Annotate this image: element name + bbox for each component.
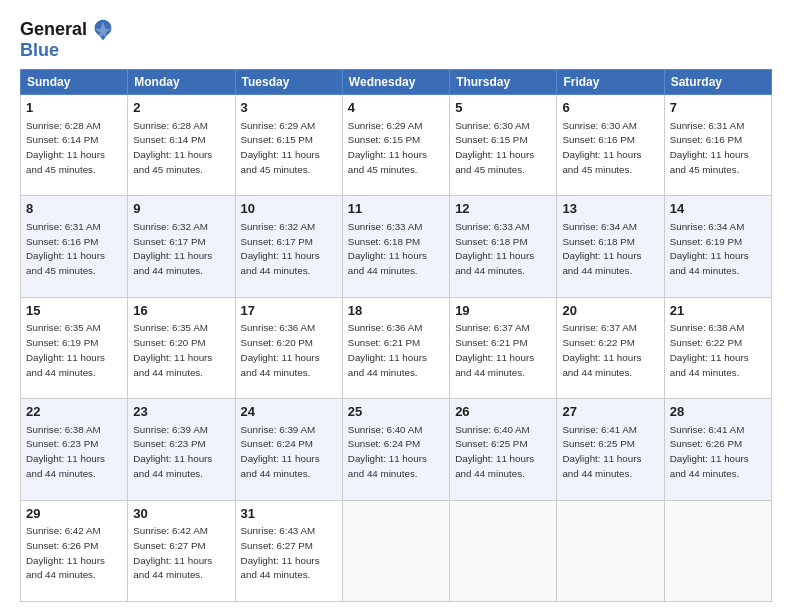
- cell-info: Sunrise: 6:42 AMSunset: 6:27 PMDaylight:…: [133, 525, 212, 580]
- calendar-cell: 5 Sunrise: 6:30 AMSunset: 6:15 PMDayligh…: [450, 95, 557, 196]
- day-number: 12: [455, 200, 551, 218]
- calendar-cell: 13 Sunrise: 6:34 AMSunset: 6:18 PMDaylig…: [557, 196, 664, 297]
- day-number: 3: [241, 99, 337, 117]
- calendar-cell: 4 Sunrise: 6:29 AMSunset: 6:15 PMDayligh…: [342, 95, 449, 196]
- calendar-cell: [557, 500, 664, 601]
- cell-info: Sunrise: 6:38 AMSunset: 6:23 PMDaylight:…: [26, 424, 105, 479]
- week-row-2: 8 Sunrise: 6:31 AMSunset: 6:16 PMDayligh…: [21, 196, 772, 297]
- dow-header-tuesday: Tuesday: [235, 70, 342, 95]
- day-number: 1: [26, 99, 122, 117]
- dow-header-saturday: Saturday: [664, 70, 771, 95]
- day-number: 7: [670, 99, 766, 117]
- calendar-cell: 2 Sunrise: 6:28 AMSunset: 6:14 PMDayligh…: [128, 95, 235, 196]
- cell-info: Sunrise: 6:42 AMSunset: 6:26 PMDaylight:…: [26, 525, 105, 580]
- week-row-4: 22 Sunrise: 6:38 AMSunset: 6:23 PMDaylig…: [21, 399, 772, 500]
- day-number: 26: [455, 403, 551, 421]
- day-number: 27: [562, 403, 658, 421]
- cell-info: Sunrise: 6:37 AMSunset: 6:21 PMDaylight:…: [455, 322, 534, 377]
- day-number: 15: [26, 302, 122, 320]
- calendar-cell: 21 Sunrise: 6:38 AMSunset: 6:22 PMDaylig…: [664, 297, 771, 398]
- cell-info: Sunrise: 6:28 AMSunset: 6:14 PMDaylight:…: [26, 120, 105, 175]
- cell-info: Sunrise: 6:35 AMSunset: 6:20 PMDaylight:…: [133, 322, 212, 377]
- cell-info: Sunrise: 6:34 AMSunset: 6:19 PMDaylight:…: [670, 221, 749, 276]
- calendar-cell: 12 Sunrise: 6:33 AMSunset: 6:18 PMDaylig…: [450, 196, 557, 297]
- calendar-cell: 23 Sunrise: 6:39 AMSunset: 6:23 PMDaylig…: [128, 399, 235, 500]
- day-number: 17: [241, 302, 337, 320]
- calendar-table: SundayMondayTuesdayWednesdayThursdayFrid…: [20, 69, 772, 602]
- calendar-cell: 31 Sunrise: 6:43 AMSunset: 6:27 PMDaylig…: [235, 500, 342, 601]
- day-number: 19: [455, 302, 551, 320]
- cell-info: Sunrise: 6:38 AMSunset: 6:22 PMDaylight:…: [670, 322, 749, 377]
- calendar-cell: 26 Sunrise: 6:40 AMSunset: 6:25 PMDaylig…: [450, 399, 557, 500]
- header: General Blue: [20, 16, 772, 61]
- calendar-cell: 19 Sunrise: 6:37 AMSunset: 6:21 PMDaylig…: [450, 297, 557, 398]
- calendar-cell: 20 Sunrise: 6:37 AMSunset: 6:22 PMDaylig…: [557, 297, 664, 398]
- day-number: 20: [562, 302, 658, 320]
- calendar-cell: 30 Sunrise: 6:42 AMSunset: 6:27 PMDaylig…: [128, 500, 235, 601]
- cell-info: Sunrise: 6:32 AMSunset: 6:17 PMDaylight:…: [133, 221, 212, 276]
- day-number: 10: [241, 200, 337, 218]
- calendar-cell: 16 Sunrise: 6:35 AMSunset: 6:20 PMDaylig…: [128, 297, 235, 398]
- dow-header-wednesday: Wednesday: [342, 70, 449, 95]
- week-row-5: 29 Sunrise: 6:42 AMSunset: 6:26 PMDaylig…: [21, 500, 772, 601]
- calendar-cell: 24 Sunrise: 6:39 AMSunset: 6:24 PMDaylig…: [235, 399, 342, 500]
- week-row-3: 15 Sunrise: 6:35 AMSunset: 6:19 PMDaylig…: [21, 297, 772, 398]
- calendar-cell: 6 Sunrise: 6:30 AMSunset: 6:16 PMDayligh…: [557, 95, 664, 196]
- cell-info: Sunrise: 6:33 AMSunset: 6:18 PMDaylight:…: [455, 221, 534, 276]
- calendar-cell: 14 Sunrise: 6:34 AMSunset: 6:19 PMDaylig…: [664, 196, 771, 297]
- cell-info: Sunrise: 6:41 AMSunset: 6:25 PMDaylight:…: [562, 424, 641, 479]
- logo: General Blue: [20, 16, 117, 61]
- calendar-cell: 22 Sunrise: 6:38 AMSunset: 6:23 PMDaylig…: [21, 399, 128, 500]
- calendar-cell: 18 Sunrise: 6:36 AMSunset: 6:21 PMDaylig…: [342, 297, 449, 398]
- day-number: 25: [348, 403, 444, 421]
- day-number: 5: [455, 99, 551, 117]
- day-number: 14: [670, 200, 766, 218]
- calendar-cell: 7 Sunrise: 6:31 AMSunset: 6:16 PMDayligh…: [664, 95, 771, 196]
- day-number: 16: [133, 302, 229, 320]
- calendar-cell: 9 Sunrise: 6:32 AMSunset: 6:17 PMDayligh…: [128, 196, 235, 297]
- calendar-cell: [664, 500, 771, 601]
- day-number: 11: [348, 200, 444, 218]
- calendar-cell: 1 Sunrise: 6:28 AMSunset: 6:14 PMDayligh…: [21, 95, 128, 196]
- day-number: 30: [133, 505, 229, 523]
- day-number: 2: [133, 99, 229, 117]
- cell-info: Sunrise: 6:36 AMSunset: 6:21 PMDaylight:…: [348, 322, 427, 377]
- day-number: 23: [133, 403, 229, 421]
- week-row-1: 1 Sunrise: 6:28 AMSunset: 6:14 PMDayligh…: [21, 95, 772, 196]
- cell-info: Sunrise: 6:31 AMSunset: 6:16 PMDaylight:…: [670, 120, 749, 175]
- calendar-body: 1 Sunrise: 6:28 AMSunset: 6:14 PMDayligh…: [21, 95, 772, 602]
- logo-icon: [89, 16, 117, 44]
- cell-info: Sunrise: 6:30 AMSunset: 6:16 PMDaylight:…: [562, 120, 641, 175]
- calendar-cell: [450, 500, 557, 601]
- cell-info: Sunrise: 6:37 AMSunset: 6:22 PMDaylight:…: [562, 322, 641, 377]
- cell-info: Sunrise: 6:29 AMSunset: 6:15 PMDaylight:…: [348, 120, 427, 175]
- day-number: 28: [670, 403, 766, 421]
- day-number: 18: [348, 302, 444, 320]
- cell-info: Sunrise: 6:31 AMSunset: 6:16 PMDaylight:…: [26, 221, 105, 276]
- calendar-cell: 27 Sunrise: 6:41 AMSunset: 6:25 PMDaylig…: [557, 399, 664, 500]
- calendar-cell: 8 Sunrise: 6:31 AMSunset: 6:16 PMDayligh…: [21, 196, 128, 297]
- day-number: 21: [670, 302, 766, 320]
- calendar-cell: 17 Sunrise: 6:36 AMSunset: 6:20 PMDaylig…: [235, 297, 342, 398]
- cell-info: Sunrise: 6:29 AMSunset: 6:15 PMDaylight:…: [241, 120, 320, 175]
- logo-text: General: [20, 20, 87, 40]
- cell-info: Sunrise: 6:35 AMSunset: 6:19 PMDaylight:…: [26, 322, 105, 377]
- calendar-cell: 28 Sunrise: 6:41 AMSunset: 6:26 PMDaylig…: [664, 399, 771, 500]
- cell-info: Sunrise: 6:39 AMSunset: 6:24 PMDaylight:…: [241, 424, 320, 479]
- calendar-cell: 25 Sunrise: 6:40 AMSunset: 6:24 PMDaylig…: [342, 399, 449, 500]
- dow-header-sunday: Sunday: [21, 70, 128, 95]
- day-of-week-row: SundayMondayTuesdayWednesdayThursdayFrid…: [21, 70, 772, 95]
- dow-header-friday: Friday: [557, 70, 664, 95]
- cell-info: Sunrise: 6:40 AMSunset: 6:25 PMDaylight:…: [455, 424, 534, 479]
- day-number: 13: [562, 200, 658, 218]
- cell-info: Sunrise: 6:43 AMSunset: 6:27 PMDaylight:…: [241, 525, 320, 580]
- calendar-cell: 10 Sunrise: 6:32 AMSunset: 6:17 PMDaylig…: [235, 196, 342, 297]
- cell-info: Sunrise: 6:41 AMSunset: 6:26 PMDaylight:…: [670, 424, 749, 479]
- day-number: 6: [562, 99, 658, 117]
- cell-info: Sunrise: 6:33 AMSunset: 6:18 PMDaylight:…: [348, 221, 427, 276]
- cell-info: Sunrise: 6:32 AMSunset: 6:17 PMDaylight:…: [241, 221, 320, 276]
- cell-info: Sunrise: 6:36 AMSunset: 6:20 PMDaylight:…: [241, 322, 320, 377]
- dow-header-monday: Monday: [128, 70, 235, 95]
- day-number: 9: [133, 200, 229, 218]
- day-number: 29: [26, 505, 122, 523]
